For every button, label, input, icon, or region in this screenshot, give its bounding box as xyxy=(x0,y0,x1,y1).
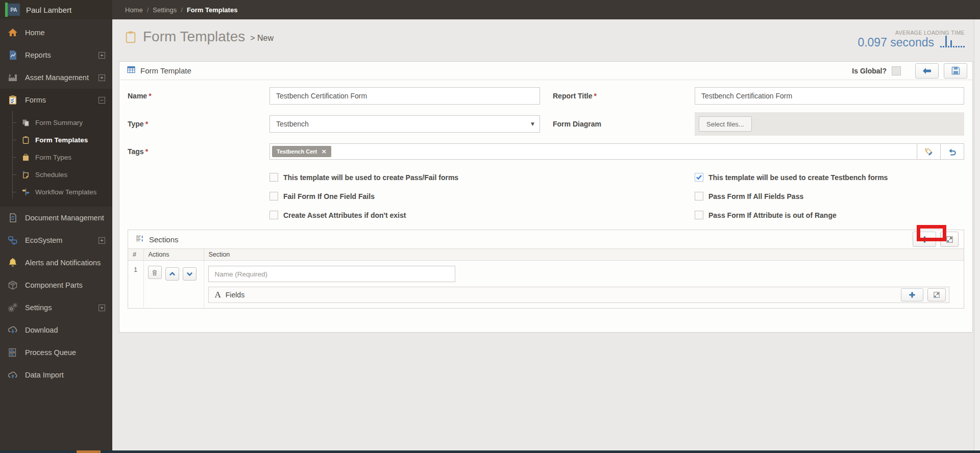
breadcrumb-home[interactable]: Home xyxy=(125,6,143,14)
tags-input[interactable]: Testbench Cert × xyxy=(270,143,917,160)
user-menu[interactable]: PA Paul Lambert xyxy=(0,0,112,19)
sidebar-item-asset-management[interactable]: Asset Management + xyxy=(0,66,112,89)
tag-chip-label: Testbench Cert xyxy=(277,148,317,155)
tag-remove-icon[interactable]: × xyxy=(321,149,327,154)
undo-button[interactable] xyxy=(940,143,964,160)
sidebar-item-label: Component Parts xyxy=(25,281,83,289)
sidebar-item-label: Form Types xyxy=(35,154,71,161)
breadcrumb-current: Form Templates xyxy=(187,6,237,14)
sidebar-item-label: Form Summary xyxy=(35,119,83,127)
clipboard-icon xyxy=(126,31,136,43)
checkbox-fail-form-one-field[interactable]: Fail Form If One Field Fails xyxy=(270,192,540,200)
form-template-panel-header: Form Template Is Global? xyxy=(119,62,972,80)
section-name-input[interactable] xyxy=(208,266,455,282)
sidebar-item-forms[interactable]: Forms − xyxy=(0,89,112,111)
manage-tags-button[interactable] xyxy=(917,143,941,160)
breadcrumb: Home / Settings / Form Templates xyxy=(112,0,980,19)
sidebar-item-label: Process Queue xyxy=(25,348,76,357)
sidebar-item-component-parts[interactable]: Component Parts xyxy=(0,274,112,296)
sidebar-item-alerts-and-notifications[interactable]: Alerts and Notifications xyxy=(0,251,112,274)
back-button[interactable] xyxy=(915,63,939,79)
sidebar-item-form-summary[interactable]: Form Summary xyxy=(0,114,112,131)
sections-table: # Actions Section 1 xyxy=(128,248,964,308)
sidebar-item-label: Home xyxy=(25,29,45,37)
column-header-section: Section xyxy=(204,249,964,261)
forms-icon xyxy=(7,94,18,106)
cloud-import-icon xyxy=(7,369,18,381)
expand-fields-button[interactable] xyxy=(927,288,946,301)
gear-icon xyxy=(7,302,18,313)
type-select[interactable]: Testbench ▼ xyxy=(270,115,540,133)
sidebar-item-form-templates[interactable]: Form Templates xyxy=(0,131,112,148)
sidebar-item-form-types[interactable]: Form Types xyxy=(0,148,112,166)
delete-section-button[interactable] xyxy=(148,266,162,279)
breadcrumb-settings[interactable]: Settings xyxy=(153,6,177,14)
loading-time-widget: AVERAGE LOADING TIME 0.097 seconds xyxy=(857,29,965,49)
cube-icon xyxy=(7,280,18,291)
section-row: 1 xyxy=(128,261,964,309)
schedules-icon xyxy=(21,170,30,179)
expand-plus-icon[interactable]: + xyxy=(99,52,105,59)
expand-plus-icon[interactable]: + xyxy=(99,237,105,244)
checkbox-pass-form-attribute-range[interactable]: Pass Form If Attribute is out of Range xyxy=(695,211,964,219)
sidebar: PA Paul Lambert Home Reports + Asset Man… xyxy=(0,0,112,450)
sidebar-item-home[interactable]: Home xyxy=(0,21,112,44)
form-diagram-dropzone[interactable]: Select files... xyxy=(695,112,964,136)
tags-label: Tags* xyxy=(128,147,270,156)
ecosystem-icon xyxy=(7,235,18,246)
is-global-label: Is Global? xyxy=(852,67,887,75)
sidebar-item-reports[interactable]: Reports + xyxy=(0,44,112,66)
checkbox-box-checked[interactable] xyxy=(695,173,703,182)
move-section-up-button[interactable] xyxy=(165,267,179,281)
add-section-button[interactable] xyxy=(913,232,936,247)
is-global-checkbox[interactable] xyxy=(892,66,901,76)
checkbox-box[interactable] xyxy=(270,173,278,182)
breadcrumb-separator: / xyxy=(181,6,183,14)
fields-subpanel: A Fields xyxy=(208,287,950,303)
sidebar-item-label: Settings xyxy=(25,304,52,312)
report-title-label: Report Title* xyxy=(553,92,695,100)
sections-title: Sections xyxy=(149,235,179,244)
forms-submenu: Form Summary Form Templates Form Types xyxy=(0,111,112,207)
sidebar-item-data-import[interactable]: Data Import xyxy=(0,364,112,386)
expand-plus-icon[interactable]: + xyxy=(99,305,105,311)
checkbox-box[interactable] xyxy=(695,192,703,200)
loading-time-value: 0.097 seconds xyxy=(857,36,934,49)
scrollbar[interactable] xyxy=(974,19,980,450)
sections-header: Sections xyxy=(128,230,964,248)
add-field-button[interactable] xyxy=(901,288,923,301)
type-form-diagram-row: Type* Testbench ▼ Form Diagram Select fi… xyxy=(128,112,964,136)
checkbox-box[interactable] xyxy=(695,211,703,219)
sidebar-item-label: Schedules xyxy=(35,171,67,179)
sidebar-item-download[interactable]: Download xyxy=(0,319,112,341)
checkbox-pass-fail-forms[interactable]: This template will be used to create Pas… xyxy=(270,173,540,182)
required-asterisk: * xyxy=(145,120,148,128)
name-input[interactable] xyxy=(270,87,540,105)
form-types-icon xyxy=(21,153,30,162)
save-button[interactable] xyxy=(944,63,967,79)
sidebar-item-document-management[interactable]: Document Management xyxy=(0,207,112,229)
user-name: Paul Lambert xyxy=(26,6,71,14)
required-asterisk: * xyxy=(145,147,148,156)
checkbox-box[interactable] xyxy=(270,211,278,219)
sidebar-item-schedules[interactable]: Schedules xyxy=(0,166,112,183)
checkbox-testbench-forms[interactable]: This template will be used to create Tes… xyxy=(695,173,964,182)
sidebar-item-workflow-templates[interactable]: Workflow Templates xyxy=(0,183,112,200)
checkbox-create-asset-attributes[interactable]: Create Asset Attributes if don't exist xyxy=(270,211,540,219)
sidebar-item-label: Alerts and Notifications xyxy=(25,259,101,267)
page-title: Form Templates xyxy=(143,29,245,45)
expand-plus-icon[interactable]: + xyxy=(99,74,105,81)
form-summary-icon xyxy=(21,118,30,127)
sidebar-item-process-queue[interactable]: Process Queue xyxy=(0,341,112,364)
checkbox-box[interactable] xyxy=(270,192,278,200)
select-files-button[interactable]: Select files... xyxy=(699,116,752,132)
expand-sections-button[interactable] xyxy=(940,232,959,247)
form-templates-icon xyxy=(21,135,30,144)
move-section-down-button[interactable] xyxy=(183,267,197,281)
sidebar-item-settings[interactable]: Settings + xyxy=(0,296,112,319)
collapse-minus-icon[interactable]: − xyxy=(99,97,105,104)
reports-icon xyxy=(7,49,18,61)
checkbox-pass-form-all-fields[interactable]: Pass Form If All Fields Pass xyxy=(695,192,964,200)
report-title-input[interactable] xyxy=(695,87,964,105)
sidebar-item-ecosystem[interactable]: EcoSystem + xyxy=(0,229,112,251)
